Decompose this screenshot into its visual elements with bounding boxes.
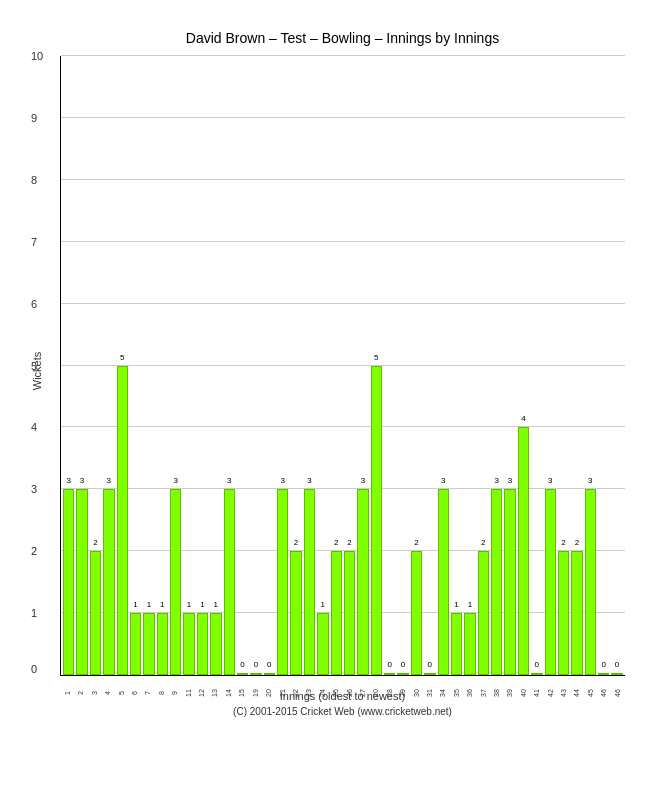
bar: 1 bbox=[183, 613, 194, 675]
x-axis-label: 13 bbox=[209, 678, 220, 708]
bar: 3 bbox=[170, 489, 181, 675]
bar-value-label: 0 bbox=[240, 660, 244, 669]
bar: 0 bbox=[264, 673, 275, 675]
bar-group: 1 bbox=[210, 56, 221, 675]
bar-value-label: 3 bbox=[307, 476, 311, 485]
bar-value-label: 3 bbox=[280, 476, 284, 485]
x-axis-label: 4 bbox=[102, 678, 113, 708]
bar: 0 bbox=[611, 673, 622, 675]
x-axis-label: 27 bbox=[357, 678, 368, 708]
bar-group: 0 bbox=[264, 56, 275, 675]
x-axis-label: 46 bbox=[612, 678, 623, 708]
bar-value-label: 0 bbox=[401, 660, 405, 669]
bar-value-label: 3 bbox=[173, 476, 177, 485]
bar-value-label: 3 bbox=[441, 476, 445, 485]
x-axis-label: 24 bbox=[317, 678, 328, 708]
bar-group: 3 bbox=[63, 56, 74, 675]
bar-group: 3 bbox=[357, 56, 368, 675]
bar: 2 bbox=[344, 551, 355, 675]
bar: 2 bbox=[290, 551, 301, 675]
x-axis-label: 23 bbox=[303, 678, 314, 708]
bar-value-label: 2 bbox=[334, 538, 338, 547]
bar-value-label: 0 bbox=[428, 660, 432, 669]
bar-value-label: 3 bbox=[508, 476, 512, 485]
bar-group: 1 bbox=[317, 56, 328, 675]
bar: 0 bbox=[384, 673, 395, 675]
bar-group: 3 bbox=[170, 56, 181, 675]
bar-group: 1 bbox=[130, 56, 141, 675]
bar-value-label: 0 bbox=[615, 660, 619, 669]
bar: 2 bbox=[411, 551, 422, 675]
bar-value-label: 4 bbox=[521, 414, 525, 423]
bar: 0 bbox=[531, 673, 542, 675]
x-axis-label: 36 bbox=[464, 678, 475, 708]
bar-group: 0 bbox=[237, 56, 248, 675]
x-axis-label: 1 bbox=[62, 678, 73, 708]
bar-value-label: 2 bbox=[93, 538, 97, 547]
x-axis-label: 44 bbox=[571, 678, 582, 708]
x-axis-label: 39 bbox=[504, 678, 515, 708]
bar-value-label: 5 bbox=[374, 353, 378, 362]
bar-value-label: 3 bbox=[588, 476, 592, 485]
bar: 1 bbox=[197, 613, 208, 675]
bar: 1 bbox=[210, 613, 221, 675]
x-axis-label: 29 bbox=[397, 678, 408, 708]
bar-group: 0 bbox=[424, 56, 435, 675]
bar-group: 2 bbox=[478, 56, 489, 675]
x-labels-row: 1234567891112131415192021222324252627202… bbox=[60, 678, 625, 708]
bar: 3 bbox=[103, 489, 114, 675]
bar-value-label: 2 bbox=[414, 538, 418, 547]
x-axis-label: 21 bbox=[277, 678, 288, 708]
bar-group: 4 bbox=[518, 56, 529, 675]
bar: 1 bbox=[451, 613, 462, 675]
bar-group: 0 bbox=[598, 56, 609, 675]
bar-value-label: 1 bbox=[200, 600, 204, 609]
bar-group: 3 bbox=[304, 56, 315, 675]
x-axis-label: 14 bbox=[223, 678, 234, 708]
chart-container: David Brown – Test – Bowling – Innings b… bbox=[5, 0, 645, 780]
bar-group: 2 bbox=[411, 56, 422, 675]
bar-group: 3 bbox=[504, 56, 515, 675]
bar-value-label: 3 bbox=[66, 476, 70, 485]
bar-value-label: 2 bbox=[561, 538, 565, 547]
bar-group: 1 bbox=[451, 56, 462, 675]
bar-value-label: 2 bbox=[347, 538, 351, 547]
bar-group: 1 bbox=[197, 56, 208, 675]
bar-group: 3 bbox=[103, 56, 114, 675]
bar-group: 3 bbox=[224, 56, 235, 675]
bar-group: 3 bbox=[76, 56, 87, 675]
bar: 3 bbox=[357, 489, 368, 675]
x-axis-label: 3 bbox=[89, 678, 100, 708]
x-axis-label: 15 bbox=[236, 678, 247, 708]
bar-group: 1 bbox=[157, 56, 168, 675]
bar: 2 bbox=[90, 551, 101, 675]
bar-value-label: 3 bbox=[227, 476, 231, 485]
bar-value-label: 3 bbox=[80, 476, 84, 485]
bar-group: 2 bbox=[571, 56, 582, 675]
bar: 0 bbox=[598, 673, 609, 675]
x-axis-label: 37 bbox=[478, 678, 489, 708]
bar: 1 bbox=[157, 613, 168, 675]
bar-value-label: 3 bbox=[107, 476, 111, 485]
bar-group: 2 bbox=[344, 56, 355, 675]
x-axis-label: 38 bbox=[491, 678, 502, 708]
x-axis-label: 7 bbox=[142, 678, 153, 708]
bar-group: 0 bbox=[611, 56, 622, 675]
bar-value-label: 1 bbox=[133, 600, 137, 609]
x-axis-label: 43 bbox=[558, 678, 569, 708]
bar-group: 5 bbox=[371, 56, 382, 675]
x-axis-label: 9 bbox=[169, 678, 180, 708]
bar-value-label: 5 bbox=[120, 353, 124, 362]
bar-value-label: 0 bbox=[601, 660, 605, 669]
bar-group: 0 bbox=[384, 56, 395, 675]
bar-group: 2 bbox=[331, 56, 342, 675]
bar-value-label: 1 bbox=[321, 600, 325, 609]
bar: 0 bbox=[250, 673, 261, 675]
x-axis-label: 41 bbox=[531, 678, 542, 708]
bar-value-label: 2 bbox=[575, 538, 579, 547]
bar-value-label: 1 bbox=[214, 600, 218, 609]
chart-area: 10 9 8 7 6 5 4 3 2 bbox=[60, 56, 625, 676]
bar-group: 3 bbox=[545, 56, 556, 675]
bar-value-label: 1 bbox=[160, 600, 164, 609]
x-axis-label: 2 bbox=[75, 678, 86, 708]
